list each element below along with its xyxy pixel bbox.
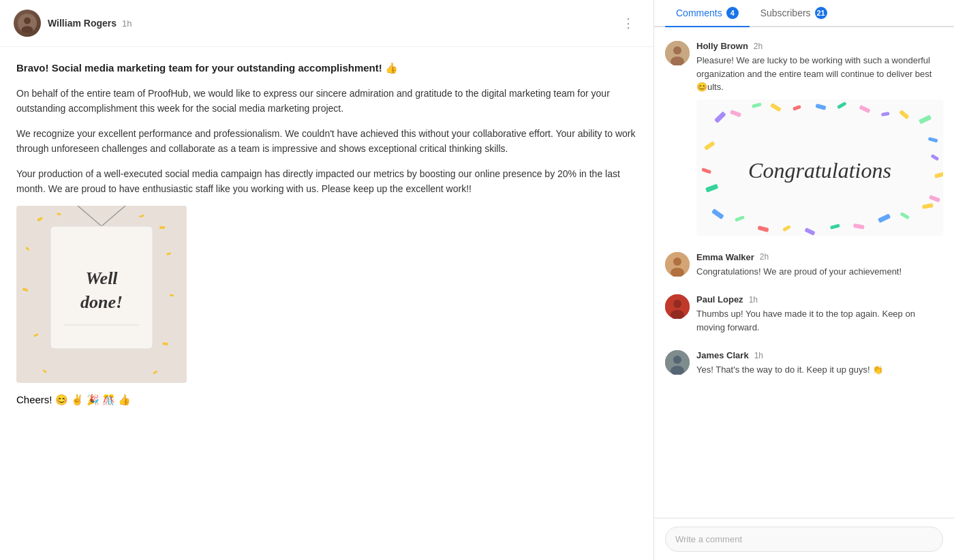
tabs-header: Comments 4 Subscribers 21 xyxy=(654,0,954,27)
post-image: Well done! xyxy=(16,206,187,383)
comment-item: Emma Walker2hCongratulations! We are pro… xyxy=(654,244,954,287)
comment-text: Congratulations! We are proud of your ac… xyxy=(696,265,943,279)
comment-avatar xyxy=(665,350,690,375)
post-author: William Rogers xyxy=(48,18,117,29)
comment-input-area xyxy=(654,518,954,560)
comment-avatar xyxy=(665,294,690,319)
comment-time: 1h xyxy=(754,351,763,360)
comments-list: Holly Brown2hPleasure! We are lucky to b… xyxy=(654,27,954,518)
post-paragraph-1: On behalf of the entire team of ProofHub… xyxy=(16,86,637,116)
comment-content: Paul Lopez1hThumbs up! You have made it … xyxy=(696,294,943,334)
comment-item: Holly Brown2hPleasure! We are lucky to b… xyxy=(654,33,954,244)
post-header-info: William Rogers 1h xyxy=(48,18,610,29)
tab-subscribers[interactable]: Subscribers 21 xyxy=(750,0,838,26)
tab-comments-label: Comments xyxy=(676,7,722,18)
svg-point-23 xyxy=(673,46,681,55)
comment-header: Emma Walker2h xyxy=(696,252,943,262)
comment-time: 2h xyxy=(760,252,769,262)
post-content: Bravo! Social media marketing team for y… xyxy=(0,47,653,560)
post-header: William Rogers 1h ⋮ xyxy=(0,0,653,47)
comment-author: Paul Lopez xyxy=(696,294,743,305)
svg-text:Congratulations: Congratulations xyxy=(748,158,891,183)
comment-avatar xyxy=(665,252,690,277)
well-done-illustration: Well done! xyxy=(16,206,187,383)
comment-author: Emma Walker xyxy=(696,252,754,262)
post-body: On behalf of the entire team of ProofHub… xyxy=(16,86,637,196)
comment-avatar xyxy=(665,41,690,65)
svg-point-56 xyxy=(673,258,681,266)
post-panel: William Rogers 1h ⋮ Bravo! Social media … xyxy=(0,0,654,560)
svg-text:done!: done! xyxy=(80,292,123,312)
subscribers-badge: 21 xyxy=(815,7,827,19)
comment-header: James Clark1h xyxy=(696,350,943,360)
post-timestamp: 1h xyxy=(122,18,132,29)
comment-item: James Clark1hYes! That's the way to do i… xyxy=(654,342,954,385)
svg-rect-11 xyxy=(170,294,174,296)
svg-point-62 xyxy=(673,356,681,364)
comment-header: Paul Lopez1h xyxy=(696,294,943,305)
tab-subscribers-label: Subscribers xyxy=(760,7,811,18)
comment-time: 2h xyxy=(754,42,763,51)
comment-author: Holly Brown xyxy=(696,41,748,51)
comment-author: James Clark xyxy=(696,350,749,360)
author-avatar xyxy=(14,10,41,37)
svg-point-59 xyxy=(673,300,681,308)
comment-text: Pleasure! We are lucky to be working wit… xyxy=(696,54,943,94)
svg-text:Well: Well xyxy=(85,268,118,288)
svg-rect-7 xyxy=(159,226,165,229)
comment-input[interactable] xyxy=(665,527,943,552)
comment-time: 1h xyxy=(749,295,758,305)
author-avatar-svg xyxy=(18,14,37,33)
comment-header: Holly Brown2h xyxy=(696,41,943,51)
post-title: Bravo! Social media marketing team for y… xyxy=(16,61,637,75)
comment-item: Paul Lopez1hThumbs up! You have made it … xyxy=(654,286,954,342)
post-paragraph-3: Your production of a well-executed socia… xyxy=(16,166,637,197)
comment-content: James Clark1hYes! That's the way to do i… xyxy=(696,350,943,377)
congratulations-image: Congratulations xyxy=(696,99,943,236)
comments-badge: 4 xyxy=(726,7,739,19)
tab-comments[interactable]: Comments 4 xyxy=(665,0,750,26)
comment-content: Holly Brown2hPleasure! We are lucky to b… xyxy=(696,41,943,236)
comments-panel: Comments 4 Subscribers 21 Holly Brown2hP… xyxy=(654,0,954,560)
comment-text: Thumbs up! You have made it to the top a… xyxy=(696,307,943,334)
post-paragraph-2: We recognize your excellent performance … xyxy=(16,126,637,157)
more-options-button[interactable]: ⋮ xyxy=(617,14,640,32)
comment-text: Yes! That's the way to do it. Keep it up… xyxy=(696,363,943,377)
post-footer: Cheers! 😊 ✌️ 🎉 🎊 👍 xyxy=(16,394,637,406)
comment-content: Emma Walker2hCongratulations! We are pro… xyxy=(696,252,943,279)
svg-point-1 xyxy=(24,18,31,25)
